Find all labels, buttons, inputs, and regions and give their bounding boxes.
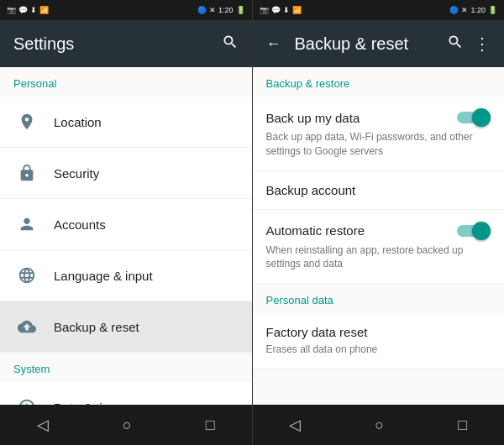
backup-search-icon[interactable] bbox=[447, 34, 464, 55]
security-label: Security bbox=[54, 166, 239, 181]
system-section-header: System bbox=[0, 353, 252, 382]
right-recent-button[interactable]: □ bbox=[458, 416, 467, 434]
left-status-bar: 📷 💬 ⬇ 📶 🔵 ✕ 1:20 🔋 bbox=[0, 0, 252, 20]
right-home-button[interactable]: ○ bbox=[375, 416, 384, 434]
backup-data-toggle[interactable] bbox=[457, 108, 491, 127]
backup-title: Backup & reset bbox=[295, 34, 438, 54]
settings-title: Settings bbox=[13, 34, 212, 54]
backup-label: Backup & reset bbox=[54, 320, 239, 334]
backup-data-toggle-thumb bbox=[472, 108, 491, 127]
auto-restore-title: Automatic restore bbox=[266, 223, 365, 238]
accounts-icon bbox=[13, 211, 40, 238]
settings-content: Personal Location Security bbox=[0, 67, 252, 405]
left-status-icons: 📷 💬 ⬇ 📶 bbox=[7, 6, 49, 14]
personal-data-header: Personal data bbox=[253, 284, 505, 313]
sidebar-item-location[interactable]: Location bbox=[0, 97, 252, 148]
settings-search-icon[interactable] bbox=[222, 34, 239, 55]
language-icon bbox=[13, 262, 40, 289]
backup-account-title: Backup account bbox=[266, 183, 491, 197]
right-status-bar: 📷 💬 ⬇ 📶 🔵 ✕ 1:20 🔋 bbox=[253, 0, 505, 20]
left-back-button[interactable]: ◁ bbox=[37, 416, 49, 434]
backup-restore-header: Backup & restore bbox=[253, 67, 505, 97]
datetime-label: Date & time bbox=[54, 400, 239, 406]
backup-data-desc: Back up app data, Wi-Fi passwords, and o… bbox=[266, 130, 491, 159]
left-home-button[interactable]: ○ bbox=[123, 416, 132, 434]
factory-reset-title: Factory data reset bbox=[266, 325, 491, 339]
factory-reset-desc: Erases all data on phone bbox=[266, 343, 491, 357]
right-back-button[interactable]: ◁ bbox=[289, 416, 301, 434]
backup-account-item[interactable]: Backup account bbox=[253, 171, 505, 210]
factory-reset-item[interactable]: Factory data reset Erases all data on ph… bbox=[253, 313, 505, 369]
left-nav-bar: ◁ ○ □ bbox=[0, 405, 252, 445]
security-icon bbox=[13, 160, 40, 186]
back-button[interactable]: ← bbox=[266, 35, 281, 53]
backup-more-icon[interactable]: ⋮ bbox=[474, 34, 491, 54]
auto-restore-toggle-thumb bbox=[472, 222, 491, 240]
sidebar-item-security[interactable]: Security bbox=[0, 148, 252, 199]
sidebar-item-accounts[interactable]: Accounts bbox=[0, 199, 252, 250]
backup-toolbar: ← Backup & reset ⋮ bbox=[253, 20, 505, 67]
backup-reset-screen: 📷 💬 ⬇ 📶 🔵 ✕ 1:20 🔋 ← Backup & reset ⋮ bbox=[253, 0, 505, 445]
sidebar-item-backup[interactable]: Backup & reset bbox=[0, 301, 252, 353]
auto-restore-toggle[interactable] bbox=[457, 222, 491, 240]
right-status-time: 🔵 ✕ 1:20 🔋 bbox=[449, 6, 497, 14]
location-label: Location bbox=[54, 115, 239, 129]
accounts-label: Accounts bbox=[54, 217, 239, 232]
backup-icon bbox=[13, 313, 40, 340]
language-label: Language & input bbox=[54, 269, 239, 283]
sidebar-item-datetime[interactable]: Date & time bbox=[0, 382, 252, 405]
backup-content: Backup & restore Back up my data Back up… bbox=[253, 67, 505, 405]
sidebar-item-language[interactable]: Language & input bbox=[0, 250, 252, 301]
auto-restore-item[interactable]: Automatic restore When reinstalling an a… bbox=[253, 210, 505, 285]
datetime-icon bbox=[13, 394, 40, 405]
settings-screen: 📷 💬 ⬇ 📶 🔵 ✕ 1:20 🔋 Settings bbox=[0, 0, 253, 445]
right-status-icons: 📷 💬 ⬇ 📶 bbox=[260, 6, 302, 14]
right-nav-bar: ◁ ○ □ bbox=[253, 405, 505, 445]
auto-restore-desc: When reinstalling an app, restore backed… bbox=[266, 243, 491, 272]
left-recent-button[interactable]: □ bbox=[206, 416, 215, 434]
location-icon bbox=[13, 108, 40, 135]
personal-section-header: Personal bbox=[0, 67, 252, 97]
backup-data-title: Back up my data bbox=[266, 111, 360, 125]
backup-data-item[interactable]: Back up my data Back up app data, Wi-Fi … bbox=[253, 97, 505, 171]
settings-toolbar: Settings bbox=[0, 20, 252, 67]
left-status-time: 🔵 ✕ 1:20 🔋 bbox=[197, 6, 245, 14]
